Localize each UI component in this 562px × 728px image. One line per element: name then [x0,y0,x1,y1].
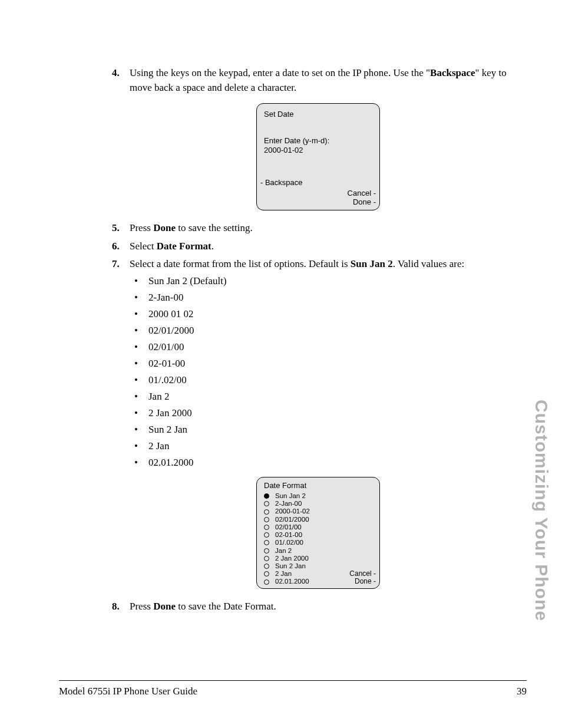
page-footer: Model 6755i IP Phone User Guide 39 [59,686,527,697]
text: Press [130,601,153,612]
date-format-bullet-list: •Sun Jan 2 (Default) •2-Jan-00 •2000 01 … [130,275,524,469]
bullet-icon: • [130,358,148,370]
backspace-softkey[interactable]: - Backspace [257,178,379,187]
radio-empty-icon [264,564,269,569]
set-date-screen: Set Date Enter Date (y-m-d): 2000-01-02 … [256,103,380,210]
radio-option[interactable]: Sun Jan 2 [257,492,379,500]
list-item: •02/01/2000 [130,325,524,337]
screen-title: Date Format [257,481,379,492]
cancel-softkey[interactable]: Cancel - [257,189,379,197]
step-5: 5. Press Done to save the setting. [112,221,524,236]
bullet-text: Jan 2 [148,391,169,403]
page: 4. Using the keys on the keypad, enter a… [0,0,562,728]
radio-label: 02-01-00 [275,531,302,539]
bold-text: Backspace [430,67,475,78]
radio-label: 2000-01-02 [275,508,310,515]
bullet-icon: • [130,440,148,452]
radio-label: 2-Jan-00 [275,500,302,508]
done-softkey[interactable]: Done - [257,198,379,206]
list-item: •Sun Jan 2 (Default) [130,275,524,287]
radio-option[interactable]: 01/.02/00 [257,539,379,546]
bullet-text: Sun 2 Jan [148,424,187,436]
step-number: 7. [112,257,130,272]
step-number: 6. [112,239,130,254]
set-date-screen-wrap: Set Date Enter Date (y-m-d): 2000-01-02 … [112,103,524,210]
bullet-icon: • [130,407,148,419]
bullet-icon: • [130,374,148,386]
step-text: Press Done to save the Date Format. [130,599,276,614]
step-6: 6. Select Date Format. [112,239,524,254]
radio-empty-icon [264,540,269,545]
radio-label: 01/.02/00 [275,539,303,546]
radio-label: 2 Jan 2000 [275,555,309,562]
radio-empty-icon [264,532,269,538]
text: Using the keys on the keypad, enter a da… [130,67,430,78]
radio-label: 02/01/00 [275,523,302,531]
step-number: 5. [112,221,130,236]
text: to save the Date Format. [176,601,276,612]
radio-empty-icon [264,548,269,554]
done-softkey[interactable]: Done - [349,578,376,585]
list-item: •2 Jan 2000 [130,407,524,419]
list-item: •2-Jan-00 [130,292,524,304]
text: Select a date format from the list of op… [130,258,351,269]
step-number: 4. [112,66,130,95]
bullet-icon: • [130,341,148,353]
radio-empty-icon [264,556,269,561]
radio-empty-icon [264,571,269,577]
list-item: •02-01-00 [130,358,524,370]
bullet-icon: • [130,391,148,403]
step-text: Using the keys on the keypad, enter a da… [130,66,524,95]
radio-label: 02/01/2000 [275,516,309,523]
footer-title: Model 6755i IP Phone User Guide [59,686,197,697]
radio-option[interactable]: Sun 2 Jan [257,562,379,570]
date-format-screen: Date Format Sun Jan 2 2-Jan-00 2000-01-0… [256,477,380,589]
softkeys-right: Cancel - Done - [349,570,376,585]
bullet-text: 01/.02/00 [148,374,187,386]
bullet-icon: • [130,325,148,337]
radio-label: Sun 2 Jan [275,562,306,570]
radio-label: 2 Jan [275,570,292,578]
radio-empty-icon [264,579,269,585]
bullet-icon: • [130,424,148,436]
radio-option[interactable]: Jan 2 [257,547,379,555]
bullet-text: 2-Jan-00 [148,292,183,304]
bullet-text: 2000 01 02 [148,308,194,320]
step-7: 7. Select a date format from the list of… [112,257,524,272]
radio-option[interactable]: 02-01-00 [257,531,379,539]
text: . [211,241,214,252]
list-item: •Jan 2 [130,391,524,403]
radio-option[interactable]: 2 Jan 2000 [257,555,379,562]
footer-rule [59,680,527,681]
list-item: •01/.02/00 [130,374,524,386]
bullet-text: 2 Jan 2000 [148,407,192,419]
bullet-text: 2 Jan [148,440,169,452]
step-number: 8. [112,599,130,614]
list-item: •2000 01 02 [130,308,524,320]
list-item: •Sun 2 Jan [130,424,524,436]
text: . Valid values are: [393,258,464,269]
step-text: Press Done to save the setting. [130,221,253,236]
step-text: Select Date Format. [130,239,214,254]
bullet-text: 02/01/00 [148,341,184,353]
radio-option[interactable]: 02/01/00 [257,523,379,531]
step-4: 4. Using the keys on the keypad, enter a… [112,66,524,95]
screen-title: Set Date [257,108,379,127]
page-number: 39 [517,686,527,697]
radio-option[interactable]: 2000-01-02 [257,508,379,515]
section-side-tab: Customizing Your Phone [531,400,551,621]
radio-filled-icon [264,493,269,499]
radio-label: 02.01.2000 [275,578,309,585]
radio-empty-icon [264,525,269,530]
radio-option[interactable]: 02/01/2000 [257,516,379,523]
screen-value: 2000-01-02 [257,146,379,155]
list-item: •02.01.2000 [130,457,524,469]
step-text: Select a date format from the list of op… [130,257,464,272]
bullet-text: Sun Jan 2 (Default) [148,275,227,287]
radio-option[interactable]: 2-Jan-00 [257,500,379,508]
bold-text: Date Format [157,241,211,252]
list-item: •02/01/00 [130,341,524,353]
bold-text: Sun Jan 2 [351,258,393,269]
step-8: 8. Press Done to save the Date Format. [112,599,524,614]
radio-label: Jan 2 [275,547,292,555]
